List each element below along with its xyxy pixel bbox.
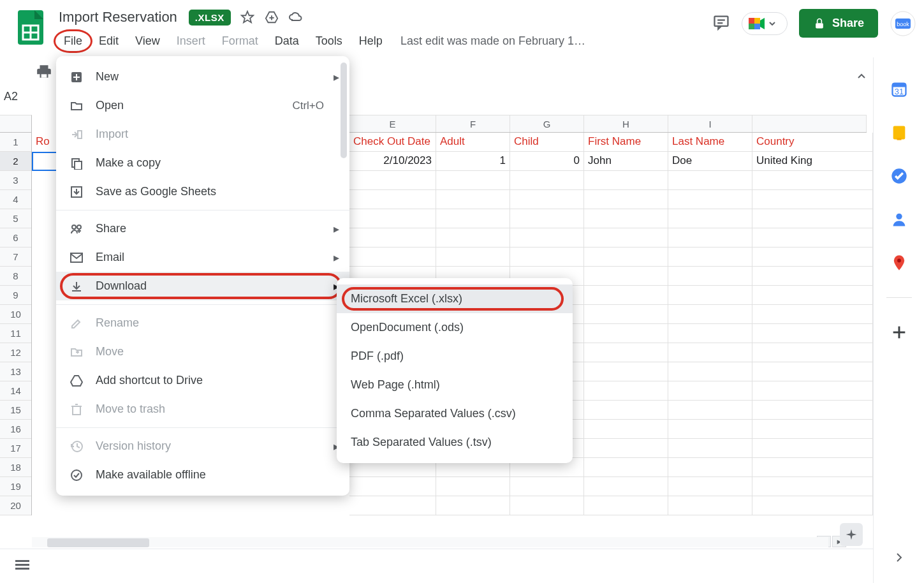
cell-empty[interactable] [668, 247, 752, 266]
cell-F2[interactable]: 1 [436, 152, 510, 170]
cell-empty[interactable] [436, 247, 510, 266]
submenu-csv[interactable]: Comma Separated Values (.csv) [337, 399, 573, 428]
cell-empty[interactable] [584, 305, 668, 323]
cell-empty[interactable] [752, 286, 873, 304]
cell-empty[interactable] [668, 228, 752, 247]
tasks-icon[interactable] [890, 167, 908, 185]
col-header-blank[interactable] [752, 115, 867, 132]
cell-empty[interactable] [668, 324, 752, 343]
row-header-13[interactable]: 13 [0, 362, 31, 381]
move-to-drive-icon[interactable] [264, 10, 279, 25]
cell-empty[interactable] [668, 190, 752, 209]
cell-empty[interactable] [752, 267, 873, 285]
cell-empty[interactable] [584, 209, 668, 228]
row-header-1[interactable]: 1 [0, 133, 31, 152]
col-header-H[interactable]: H [584, 115, 668, 132]
cell-empty[interactable] [349, 247, 436, 266]
cell-J1[interactable]: Country [752, 133, 873, 151]
cell-G1[interactable]: Child [510, 133, 584, 151]
cell-empty[interactable] [668, 381, 752, 400]
all-sheets-icon[interactable] [15, 559, 29, 573]
submenu-pdf[interactable]: PDF (.pdf) [337, 342, 573, 371]
submenu-ods[interactable]: OpenDocument (.ods) [337, 313, 573, 342]
cell-empty[interactable] [510, 190, 584, 209]
cell-empty[interactable] [349, 496, 436, 515]
row-header-14[interactable]: 14 [0, 381, 31, 401]
row-header-5[interactable]: 5 [0, 209, 31, 228]
cell-empty[interactable] [752, 381, 873, 400]
col-header-E[interactable]: E [349, 115, 436, 132]
menu-open[interactable]: Open Ctrl+O [56, 91, 349, 120]
cell-empty[interactable] [752, 209, 873, 228]
cell-empty[interactable] [436, 496, 510, 515]
add-icon[interactable] [890, 323, 908, 341]
menu-download[interactable]: Download ▸ [56, 272, 349, 300]
menu-available-offline[interactable]: Make available offline [56, 461, 349, 489]
menu-file[interactable]: File [56, 31, 90, 52]
row-header-18[interactable]: 18 [0, 458, 31, 477]
cell-empty[interactable] [584, 458, 668, 476]
calendar-icon[interactable]: 31 [890, 80, 908, 98]
cell-J2[interactable]: United King [752, 152, 873, 170]
menu-save-as-sheets[interactable]: Save as Google Sheets [56, 177, 349, 206]
col-header-F[interactable]: F [436, 115, 510, 132]
menu-tools[interactable]: Tools [308, 31, 350, 52]
cell-empty[interactable] [436, 171, 510, 189]
doc-title[interactable]: Import Reservation [56, 8, 180, 27]
cell-empty[interactable] [752, 496, 873, 515]
cell-empty[interactable] [668, 343, 752, 362]
menu-view[interactable]: View [128, 31, 168, 52]
col-header-I[interactable]: I [668, 115, 752, 132]
cell-empty[interactable] [584, 496, 668, 515]
cell-empty[interactable] [436, 209, 510, 228]
cell-empty[interactable] [584, 343, 668, 362]
collapse-side-panel-icon[interactable] [855, 70, 868, 85]
row-header-12[interactable]: 12 [0, 343, 31, 362]
cell-empty[interactable] [584, 401, 668, 419]
cell-empty[interactable] [668, 496, 752, 515]
menu-new[interactable]: New ▸ [56, 63, 349, 91]
cell-F1[interactable]: Adult [436, 133, 510, 151]
last-edit-text[interactable]: Last edit was made on February 1… [392, 34, 585, 48]
submenu-html[interactable]: Web Page (.html) [337, 371, 573, 399]
cell-empty[interactable] [752, 228, 873, 247]
cell-empty[interactable] [584, 286, 668, 304]
cell-empty[interactable] [752, 247, 873, 266]
menu-format[interactable]: Format [214, 31, 266, 52]
row-header-6[interactable]: 6 [0, 228, 31, 247]
cell-empty[interactable] [752, 190, 873, 209]
row-header-17[interactable]: 17 [0, 439, 31, 458]
cell-empty[interactable] [752, 401, 873, 419]
row-header-7[interactable]: 7 [0, 247, 31, 267]
cell-empty[interactable] [668, 439, 752, 457]
name-box[interactable] [4, 87, 42, 103]
hscroll-thumb[interactable] [47, 538, 149, 547]
cell-empty[interactable] [668, 401, 752, 419]
menu-make-copy[interactable]: Make a copy [56, 149, 349, 177]
row-header-20[interactable]: 20 [0, 496, 31, 515]
sheets-logo[interactable] [17, 9, 45, 46]
cell-empty[interactable] [510, 171, 584, 189]
meet-button[interactable] [742, 12, 788, 35]
cell-empty[interactable] [668, 362, 752, 381]
menu-help[interactable]: Help [351, 31, 390, 52]
cell-I1[interactable]: Last Name [668, 133, 752, 151]
cell-empty[interactable] [752, 343, 873, 362]
cell-empty[interactable] [349, 209, 436, 228]
cell-H1[interactable]: First Name [584, 133, 668, 151]
cell-empty[interactable] [752, 439, 873, 457]
select-all-corner[interactable] [0, 115, 32, 133]
cell-empty[interactable] [668, 458, 752, 476]
cell-empty[interactable] [668, 420, 752, 438]
cell-empty[interactable] [584, 477, 668, 496]
explore-button[interactable] [840, 523, 863, 546]
cell-empty[interactable] [752, 171, 873, 189]
row-header-11[interactable]: 11 [0, 324, 31, 343]
cell-A1[interactable]: Ro [32, 133, 57, 152]
col-header-G[interactable]: G [510, 115, 584, 132]
cell-empty[interactable] [752, 420, 873, 438]
keep-icon[interactable] [890, 124, 908, 142]
hide-side-panel-icon[interactable] [886, 545, 912, 570]
cell-empty[interactable] [436, 228, 510, 247]
cell-empty[interactable] [436, 190, 510, 209]
